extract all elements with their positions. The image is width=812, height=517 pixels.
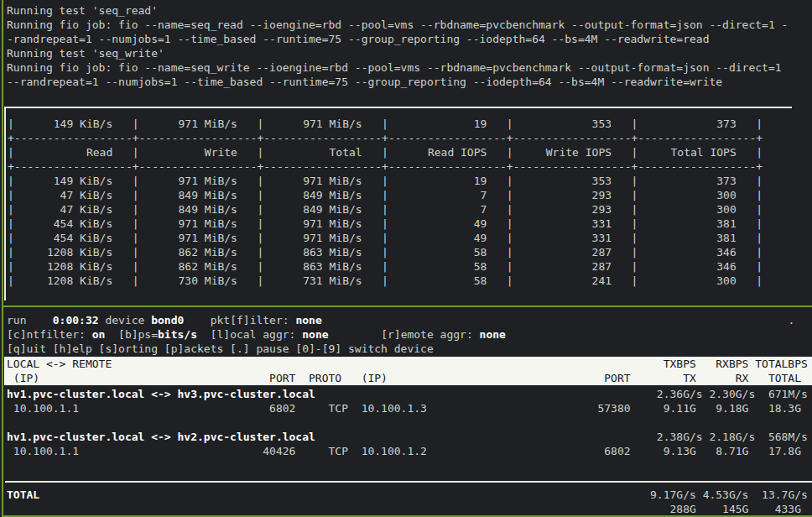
bps-value: bits/s	[158, 328, 197, 341]
text-run: | Read | Write | Total | Read IOPS | Wri…	[8, 146, 763, 159]
text-run: | 47 KiB/s | 849 MiB/s | 849 MiB/s | 7 |…	[8, 189, 763, 201]
text-run: +------------------+------------------+-…	[8, 132, 763, 144]
fio-log-line: -randrepeat=1 --numjobs=1 --time_based -…	[7, 32, 788, 46]
jnettop-status-pane: run 0:00:32 device bond0 pkt[f]ilter: no…	[7, 313, 794, 356]
jnettop-streams-list: hv1.pvc-cluster.local <-> hv3.pvc-cluste…	[7, 387, 808, 458]
stream-rates: 2.36G/s 2.30G/s 671M/s	[315, 388, 808, 400]
fio-table-row: | 149 KiB/s | 971 MiB/s | 971 MiB/s | 19…	[8, 174, 763, 188]
fio-log-pane: Running test 'seq_read' Running fio job:…	[7, 3, 788, 89]
cntfilter-label: [c]ntfilter:	[7, 328, 92, 341]
jnettop-header-line-1: LOCAL <-> REMOTE TXBPS RXBPS TOTALBPS	[7, 357, 812, 371]
jnettop-keys-line: [q]uit [h]elp [s]orting [p]ackets [.] pa…	[7, 342, 794, 356]
stream-rates: 2.38G/s 2.18G/s 568M/s	[315, 431, 808, 443]
total-rates: 9.17G/s 4.53G/s 13.7G/s	[39, 488, 808, 501]
stream-hosts: hv1.pvc-cluster.local <-> hv2.pvc-cluste…	[7, 431, 315, 443]
jnettop-stream-hosts: hv1.pvc-cluster.local <-> hv3.pvc-cluste…	[7, 387, 808, 401]
stream-detail: 10.100.1.1 40426 TCP 10.100.1.2 6802 9.1…	[7, 445, 801, 457]
jnettop-status-line-1: run 0:00:32 device bond0 pkt[f]ilter: no…	[7, 313, 794, 327]
header-row-2: (IP) PORT PROTO (IP) PORT TX RX TOTAL	[7, 372, 801, 384]
blank-line	[7, 415, 808, 430]
jnettop-status-line-2: [c]ntfilter: on [b]ps=bits/s [l]ocal agg…	[7, 327, 794, 342]
stream-hosts: hv1.pvc-cluster.local <-> hv3.pvc-cluste…	[7, 388, 315, 400]
fio-log-line: Running test 'seq_read'	[7, 3, 788, 18]
window-divider-middle	[2, 306, 812, 307]
text-run: +------------------+------------------+-…	[8, 160, 763, 173]
text-run: | 454 KiB/s | 971 MiB/s | 971 MiB/s | 49…	[8, 217, 763, 230]
fio-log-line: Running fio job: fio --name=seq_read --i…	[7, 18, 788, 32]
total-divider	[5, 481, 812, 483]
jnettop-total-counts: 288G 145G 433G	[7, 502, 808, 516]
local-aggr-label: [l]ocal aggr:	[197, 328, 302, 341]
runtime-value: 0:00:32	[53, 314, 99, 326]
jnettop-stream-detail: 10.100.1.1 6802 TCP 10.100.1.3 57380 9.1…	[7, 401, 808, 415]
run-label: run	[7, 314, 53, 326]
text-run: | 149 KiB/s | 971 MiB/s | 971 MiB/s | 19…	[8, 118, 763, 130]
local-aggr-value: none	[302, 328, 328, 341]
text-run: | 1208 KiB/s | 862 MiB/s | 863 MiB/s | 5…	[8, 260, 763, 273]
corner-dot: .	[322, 314, 795, 326]
fio-log-line: --randrepeat=1 --numjobs=1 --time_based …	[7, 75, 788, 89]
fio-table-row: | 454 KiB/s | 971 MiB/s | 971 MiB/s | 49…	[8, 231, 763, 245]
fio-log-line: Running test 'seq_write'	[7, 46, 788, 60]
text-run: | 47 KiB/s | 849 MiB/s | 849 MiB/s | 7 |…	[8, 203, 763, 216]
fio-table-separator: +------------------+------------------+-…	[8, 159, 763, 174]
fio-log-line: Running fio job: fio --name=seq_write --…	[7, 60, 788, 75]
fio-table-row: | 47 KiB/s | 849 MiB/s | 849 MiB/s | 7 |…	[8, 202, 763, 217]
text-run: | 149 KiB/s | 971 MiB/s | 971 MiB/s | 19…	[8, 175, 763, 187]
remote-aggr-value: none	[480, 328, 506, 341]
fio-table-row: | 454 KiB/s | 971 MiB/s | 971 MiB/s | 49…	[8, 217, 763, 231]
window-border-left	[2, 0, 3, 517]
fio-table-row: | 47 KiB/s | 849 MiB/s | 849 MiB/s | 7 |…	[8, 188, 763, 202]
text-run: | 1208 KiB/s | 862 MiB/s | 863 MiB/s | 5…	[8, 246, 763, 258]
device-value: bond0	[151, 314, 184, 326]
fio-table-row: | 1208 KiB/s | 862 MiB/s | 863 MiB/s | 5…	[8, 245, 763, 259]
jnettop-column-header: LOCAL <-> REMOTE TXBPS RXBPS TOTALBPS (I…	[4, 357, 812, 385]
total-label: TOTAL	[7, 488, 39, 501]
jnettop-stream-detail: 10.100.1.1 40426 TCP 10.100.1.2 6802 9.1…	[7, 444, 808, 458]
fio-table-row: | 1208 KiB/s | 730 MiB/s | 731 MiB/s | 5…	[8, 274, 763, 288]
total-counts: 288G 145G 433G	[7, 503, 801, 515]
header-row-1: LOCAL <-> REMOTE TXBPS RXBPS TOTALBPS	[7, 358, 808, 370]
jnettop-total-line: TOTAL 9.17G/s 4.53G/s 13.7G/s	[7, 488, 808, 502]
pane-divider-horizontal	[4, 107, 792, 108]
jnettop-header-line-2: (IP) PORT PROTO (IP) PORT TX RX TOTAL	[7, 371, 812, 385]
terminal-screen[interactable]: Running test 'seq_read' Running fio job:…	[0, 0, 812, 517]
stream-detail: 10.100.1.1 6802 TCP 10.100.1.3 57380 9.1…	[7, 402, 801, 415]
fio-table-header-row: | Read | Write | Total | Read IOPS | Wri…	[8, 145, 763, 159]
cntfilter-value: on	[92, 328, 106, 341]
fio-table-separator: +------------------+------------------+-…	[8, 131, 763, 145]
fio-results-table: | 149 KiB/s | 971 MiB/s | 971 MiB/s | 19…	[8, 117, 763, 288]
jnettop-total-pane: TOTAL 9.17G/s 4.53G/s 13.7G/s	[7, 488, 808, 516]
fio-table-row: | 1208 KiB/s | 862 MiB/s | 863 MiB/s | 5…	[8, 259, 763, 274]
pkt-filter-value: none	[295, 314, 321, 326]
keys-help: [q]uit [h]elp [s]orting [p]ackets [.] pa…	[7, 342, 434, 355]
device-label: device	[99, 314, 152, 326]
bps-label: [b]ps=	[105, 328, 158, 341]
jnettop-stream-hosts: hv1.pvc-cluster.local <-> hv2.pvc-cluste…	[7, 430, 808, 444]
pkt-filter-label: pkt[f]ilter:	[184, 314, 295, 326]
pane-border-vertical	[4, 108, 6, 300]
text-run: | 1208 KiB/s | 730 MiB/s | 731 MiB/s | 5…	[8, 274, 763, 287]
remote-aggr-label: [r]emote aggr:	[329, 328, 480, 341]
text-run: | 454 KiB/s | 971 MiB/s | 971 MiB/s | 49…	[8, 232, 763, 244]
fio-table-preview-row: | 149 KiB/s | 971 MiB/s | 971 MiB/s | 19…	[8, 117, 763, 131]
